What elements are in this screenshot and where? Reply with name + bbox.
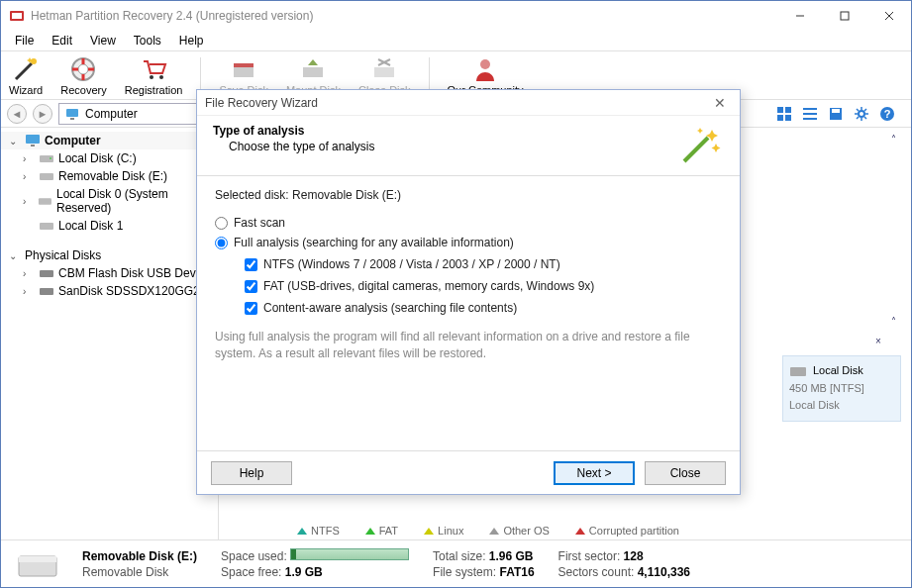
dialog-note: Using full analysis the program will fin… xyxy=(215,329,722,362)
dialog-title: File Recovery Wizard xyxy=(205,96,318,110)
dialog-overlay: File Recovery Wizard ✕ Type of analysis … xyxy=(0,0,912,588)
fast-scan-radio[interactable]: Fast scan xyxy=(215,216,722,230)
dialog-header: Type of analysis Choose the type of anal… xyxy=(197,116,740,176)
dialog-titlebar: File Recovery Wizard ✕ xyxy=(197,90,740,116)
next-button[interactable]: Next > xyxy=(554,461,635,485)
dialog-close-button[interactable]: ✕ xyxy=(708,95,732,111)
dialog-subheading: Choose the type of analysis xyxy=(229,140,678,153)
content-label: Content-aware analysis (searching file c… xyxy=(263,301,517,315)
dialog-heading: Type of analysis xyxy=(213,124,678,138)
fat-input[interactable] xyxy=(245,280,257,293)
wand-stars-icon xyxy=(678,124,724,165)
dialog-footer: Help Next > Close xyxy=(197,450,740,494)
fat-label: FAT (USB-drives, digital cameras, memory… xyxy=(263,279,594,293)
fast-scan-input[interactable] xyxy=(215,217,228,230)
file-recovery-wizard-dialog: File Recovery Wizard ✕ Type of analysis … xyxy=(196,89,741,495)
full-analysis-label: Full analysis (searching for any availab… xyxy=(234,236,514,249)
content-input[interactable] xyxy=(245,302,257,315)
full-analysis-input[interactable] xyxy=(215,237,228,249)
fat-checkbox[interactable]: FAT (USB-drives, digital cameras, memory… xyxy=(245,279,722,293)
ntfs-label: NTFS (Windows 7 / 2008 / Vista / 2003 / … xyxy=(263,257,560,271)
full-analysis-radio[interactable]: Full analysis (searching for any availab… xyxy=(215,236,722,249)
content-checkbox[interactable]: Content-aware analysis (searching file c… xyxy=(245,301,722,315)
ntfs-checkbox[interactable]: NTFS (Windows 7 / 2008 / Vista / 2003 / … xyxy=(245,257,722,271)
help-button[interactable]: Help xyxy=(211,461,292,485)
fast-scan-label: Fast scan xyxy=(234,216,285,230)
close-dialog-button[interactable]: Close xyxy=(645,461,726,485)
ntfs-input[interactable] xyxy=(245,258,257,271)
selected-disk-label: Selected disk: Removable Disk (E:) xyxy=(215,188,722,202)
dialog-body: Selected disk: Removable Disk (E:) Fast … xyxy=(197,176,740,450)
